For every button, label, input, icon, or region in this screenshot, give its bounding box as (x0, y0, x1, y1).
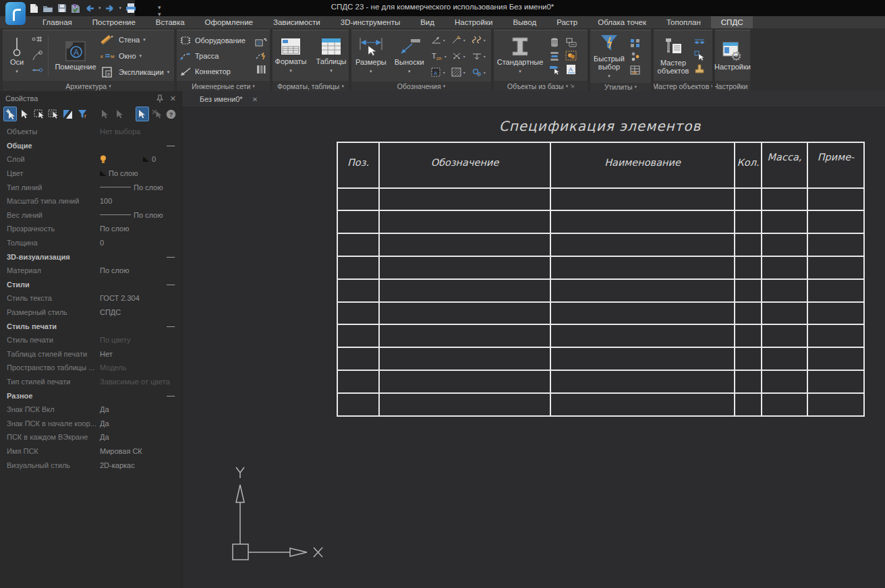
property-value[interactable]: Модель (100, 363, 175, 372)
pin-icon[interactable] (156, 94, 163, 102)
master-dim-icon[interactable] (693, 38, 706, 47)
table-recognize-icon[interactable]: АВ (629, 65, 641, 76)
property-value[interactable]: По цвету (100, 336, 175, 344)
ribbon-tab-13[interactable]: СПДС (711, 16, 753, 28)
room-button[interactable]: A Помещение (53, 40, 98, 72)
ribbon-tab-4[interactable]: Оформление (195, 16, 263, 28)
footing-icon[interactable] (693, 63, 706, 74)
text-frame-button[interactable]: A▾ (431, 67, 451, 77)
group-expand-icon[interactable]: ▾ (566, 84, 569, 89)
property-value[interactable]: По слою (100, 266, 175, 274)
property-value[interactable]: 2D-каркас (100, 461, 175, 469)
invert-select-icon[interactable] (62, 107, 74, 121)
connector-button[interactable]: Коннектор (179, 64, 252, 79)
collapse-icon[interactable]: — (167, 252, 175, 262)
dialog-launcher-icon[interactable]: ⇲ (570, 84, 574, 89)
deselect-all-icon[interactable]: 14"> (150, 107, 163, 121)
property-value[interactable]: ГОСТ 2.304 (100, 294, 175, 302)
spec-table[interactable]: Поз.ОбозначениеНаименованиеКол.Масса,ед.… (337, 142, 865, 417)
panel-close-icon[interactable]: ✕ (170, 94, 176, 103)
property-value[interactable]: 0 (100, 155, 175, 164)
view-mark-button[interactable]: ▾ (472, 67, 492, 77)
standard-parts-button[interactable]: Стандартные▾ (496, 35, 544, 77)
property-value[interactable]: По слою (100, 169, 175, 177)
window-select-icon[interactable]: 14"> (33, 107, 45, 121)
property-value[interactable]: По слою (100, 183, 175, 192)
property-value[interactable]: 0 (100, 239, 175, 247)
fasteners-icon[interactable] (629, 51, 641, 62)
bolt-top-icon[interactable] (548, 37, 561, 48)
hatch-button[interactable]: ▾ (451, 67, 472, 77)
property-value[interactable]: СПДС (100, 308, 175, 316)
group-expand-icon[interactable]: ▾ (252, 84, 255, 89)
tables-button[interactable]: Таблицы▾ (315, 36, 348, 76)
formats-button[interactable]: Форматы▾ (274, 36, 308, 76)
cursor-icon[interactable] (18, 107, 30, 121)
help-icon[interactable]: ? (165, 107, 177, 121)
wall-button[interactable]: Стена▾ (101, 32, 169, 47)
ribbon-tab-9[interactable]: Вывод (503, 16, 546, 28)
equipment-button[interactable]: Оборудование (179, 33, 252, 48)
ribbon-tab-6[interactable]: 3D-инструменты (331, 16, 410, 28)
equipment-list-icon[interactable] (255, 37, 267, 48)
ribbon-tab-8[interactable]: Настройки (445, 16, 503, 28)
axes-arc-icon[interactable] (31, 50, 43, 62)
quick-select-icon[interactable] (136, 107, 148, 121)
app-logo[interactable] (5, 2, 26, 25)
group-expand-icon[interactable]: ▾ (711, 84, 712, 89)
ribbon-tab-5[interactable]: Зависимости (263, 16, 331, 28)
route-button[interactable]: Трасса (179, 49, 252, 63)
level-mark-button[interactable]: ▾ (472, 51, 492, 61)
axes-ray-icon[interactable] (31, 64, 43, 76)
collapse-icon[interactable]: — (167, 391, 175, 401)
washer-stack-icon[interactable] (548, 51, 561, 61)
axis-cross-button[interactable]: ▾ (451, 51, 472, 61)
property-value[interactable]: 100 (100, 197, 175, 205)
selection-filter-icon[interactable]: f (76, 107, 88, 121)
collapse-icon[interactable]: — (167, 141, 175, 150)
screw-cursor-icon[interactable] (548, 64, 561, 75)
route-power-icon[interactable] (255, 51, 267, 61)
explications-button[interactable]: a Экспликации▾ (101, 65, 169, 80)
axes-grid-icon[interactable] (31, 36, 43, 48)
fastener-select-icon[interactable] (565, 51, 577, 61)
drawing-canvas[interactable]: Спецификация элементов Поз.ОбозначениеНа… (182, 108, 885, 588)
property-value[interactable]: Мировая СК (100, 447, 175, 455)
axes-button[interactable]: Оси▾ (5, 35, 28, 77)
ribbon-tab-2[interactable]: Построение (82, 16, 146, 28)
group-expand-icon[interactable]: ▾ (341, 84, 344, 89)
ribbon-tab-10[interactable]: Растр (546, 16, 588, 28)
group-expand-icon[interactable]: ▾ (109, 84, 111, 89)
property-value[interactable]: Зависимые от цвета (100, 378, 175, 386)
crossing-select-icon[interactable]: 14"> (47, 107, 59, 121)
pipes-icon[interactable] (255, 64, 267, 75)
select-previous-icon[interactable] (113, 107, 125, 121)
ribbon-tab-12[interactable]: Топоплан (656, 16, 711, 28)
qat-menu-icon[interactable]: ▾▾ (158, 4, 161, 18)
ribbon-tab-11[interactable]: Облака точек (588, 16, 656, 28)
group-text-icon[interactable]: A (565, 64, 577, 75)
master-pick-icon[interactable] (693, 50, 706, 61)
leaders-button[interactable]: Выноски▾ (393, 35, 426, 77)
ribbon-tab-1[interactable]: Главная (32, 16, 82, 28)
property-value[interactable]: Нет выбора (100, 127, 175, 136)
quick-select-button[interactable]: Быстрый выбор▾ (593, 32, 625, 82)
property-value[interactable]: Нет (100, 350, 175, 358)
group-expand-icon[interactable]: ▾ (443, 84, 446, 89)
ribbon-tab-7[interactable]: Вид (410, 16, 445, 28)
text-sp-button[interactable]: Tсп▾ (431, 51, 451, 61)
property-value[interactable]: Да (100, 419, 175, 428)
property-value[interactable]: По слою (100, 211, 175, 219)
document-close-icon[interactable]: ✕ (252, 96, 258, 103)
property-value[interactable]: По слою (100, 225, 175, 233)
property-value[interactable]: Да (100, 433, 175, 441)
object-master-button[interactable]: Мастер объектов (656, 36, 690, 76)
note-leader-button[interactable]: A▾ (451, 35, 472, 45)
collapse-icon[interactable]: — (167, 322, 175, 331)
document-tab[interactable]: Без имени0* ✕ (200, 95, 258, 103)
section-mark-button[interactable]: ▾ (472, 35, 492, 45)
dimensions-button[interactable]: Размеры▾ (354, 35, 388, 77)
detail-mark-icon[interactable] (565, 37, 577, 48)
collapse-icon[interactable]: — (167, 280, 175, 289)
group-expand-icon[interactable]: ▾ (635, 84, 637, 90)
